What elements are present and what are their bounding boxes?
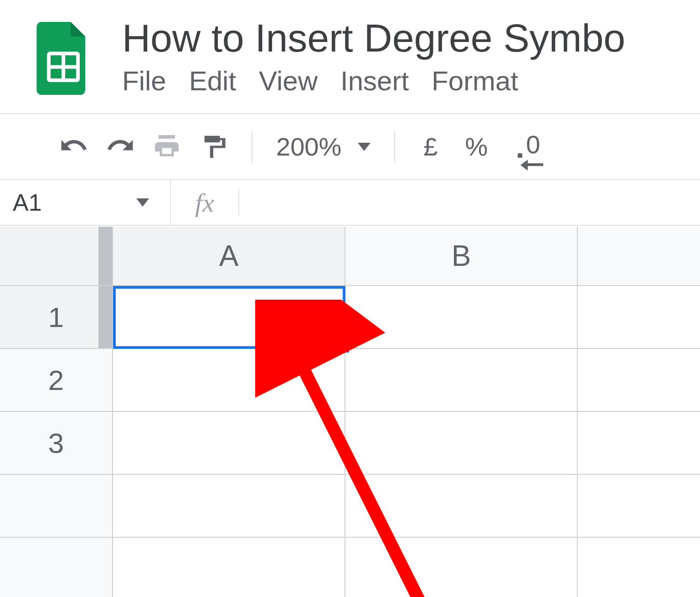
rows: 1 2 3 [0,286,700,597]
cell-A3[interactable] [113,412,345,474]
decrease-decimal-button[interactable]: 0 [515,133,547,161]
cell-B3[interactable] [345,412,578,474]
zoom-value: 200% [276,132,341,161]
row-header-blank[interactable] [0,475,113,537]
format-percent-button[interactable]: % [465,132,488,161]
toolbar-separator [252,131,252,163]
row-blank [0,538,700,597]
number-format-group: £ % 0 [423,132,547,161]
cell-blank[interactable] [345,475,578,537]
toolbar: 200% £ % 0 [0,114,700,180]
cell-blank[interactable] [578,538,700,597]
header: How to Insert Degree Symbo File Edit Vie… [0,0,700,114]
cell-blank[interactable] [113,538,345,597]
name-box-value: A1 [13,189,42,216]
cell-B1[interactable] [345,286,578,348]
cell-A2[interactable] [113,349,345,411]
zoom-dropdown[interactable]: 200% [276,132,371,161]
menu-insert[interactable]: Insert [340,65,409,97]
row-header-1[interactable]: 1 [0,286,113,348]
title-block: How to Insert Degree Symbo File Edit Vie… [122,16,700,97]
menu-file[interactable]: File [122,65,166,97]
row-2: 2 [0,349,700,412]
cell-blank[interactable] [113,475,345,537]
cell-overflow[interactable] [578,412,700,474]
row-header-blank[interactable] [0,538,113,597]
spreadsheet-grid: A B 1 2 3 [0,227,700,597]
cell-overflow[interactable] [578,286,700,348]
menu-format[interactable]: Format [432,65,518,97]
name-box[interactable]: A1 [0,180,171,225]
toolbar-separator [394,131,395,163]
cell-overflow[interactable] [578,349,700,411]
cell-blank[interactable] [578,475,700,537]
column-header-A[interactable]: A [113,227,345,285]
row-3: 3 [0,412,700,475]
fx-icon: fx [171,189,239,216]
print-icon[interactable] [152,132,181,161]
redo-icon[interactable] [106,132,135,161]
menu-bar: File Edit View Insert Format [122,65,700,97]
document-title[interactable]: How to Insert Degree Symbo [122,16,700,61]
cell-blank[interactable] [345,538,578,597]
cell-B2[interactable] [345,349,578,411]
column-headers: A B [0,227,700,286]
row-header-2[interactable]: 2 [0,349,113,411]
menu-edit[interactable]: Edit [189,65,236,97]
row-header-3[interactable]: 3 [0,412,113,474]
menu-view[interactable]: View [259,65,318,97]
formula-bar-row: A1 fx [0,180,700,226]
row-blank [0,475,700,538]
google-sheets-window: How to Insert Degree Symbo File Edit Vie… [0,0,700,597]
column-header-B[interactable]: B [345,227,578,285]
cell-A1[interactable] [113,286,345,348]
format-currency-button[interactable]: £ [423,132,438,161]
chevron-down-icon [358,143,371,151]
select-all-corner[interactable] [0,227,113,285]
sheets-logo-icon[interactable] [36,22,90,95]
column-header-overflow [578,227,700,285]
row-1: 1 [0,286,700,349]
paint-format-icon[interactable] [199,132,228,161]
chevron-down-icon [136,198,149,207]
undo-icon[interactable] [59,132,88,161]
